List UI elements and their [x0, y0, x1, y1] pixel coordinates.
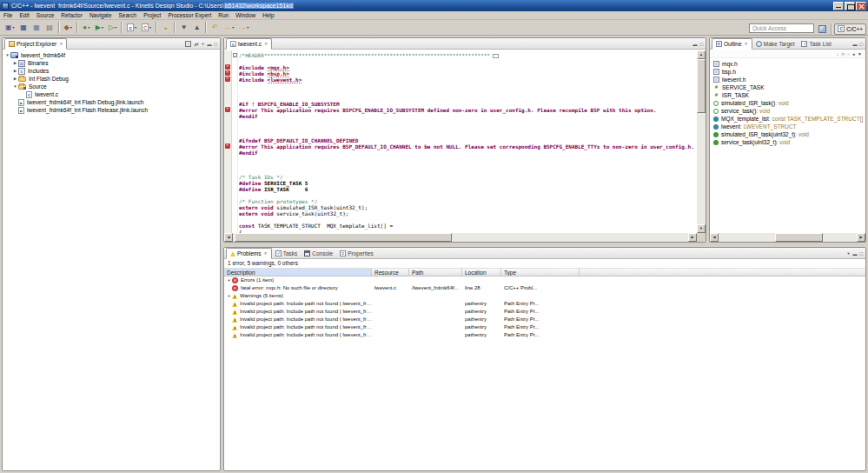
expand-arrow-icon[interactable]	[226, 292, 232, 300]
menu-window[interactable]: Window	[232, 12, 259, 18]
outline-item-bsp-h[interactable]: bsp.h	[710, 68, 865, 76]
previous-annotation-button[interactable]: ▲	[191, 22, 202, 34]
outline-item-simulated-isr-task-uint32-t-[interactable]: simulated_ISR_task(uint32_t) : void	[710, 130, 865, 138]
code-line[interactable]: extern void simulated_ISR_task(uint32_t)…	[239, 204, 697, 210]
code-line[interactable]	[239, 58, 697, 64]
code-line[interactable]: #include <lwevent.h>	[239, 77, 697, 83]
column-header-type[interactable]: Type	[501, 269, 580, 276]
tab-console[interactable]: Console	[301, 248, 336, 258]
link-editor-icon[interactable]	[194, 42, 198, 47]
scroll-left-icon[interactable]	[224, 233, 233, 242]
expand-arrow-icon[interactable]: ▶	[12, 77, 18, 81]
horizontal-scroll-thumb[interactable]	[235, 233, 452, 242]
minimize-view-icon[interactable]	[852, 251, 857, 256]
maximize-window-button[interactable]	[845, 2, 855, 10]
code-line[interactable]	[239, 89, 697, 95]
scroll-up-icon[interactable]	[697, 50, 706, 59]
dropdown-arrow-icon[interactable]: ▾	[88, 25, 89, 30]
view-menu-icon[interactable]: ▼	[858, 51, 862, 57]
tree-item-lwevent-c[interactable]: lwevent.c	[3, 90, 220, 98]
tab-editor-lwevent-c[interactable]: lwevent.c	[226, 38, 272, 50]
dropdown-arrow-icon[interactable]: ▾	[247, 25, 248, 30]
dropdown-arrow-icon[interactable]: ▾	[70, 25, 72, 30]
maximize-view-icon[interactable]	[859, 42, 863, 47]
code-line[interactable]	[239, 83, 697, 89]
code-line[interactable]	[239, 156, 697, 162]
maximize-editor-icon[interactable]	[699, 42, 703, 47]
tree-item-lwevent-frdmk64f-int-flash-debug-jlink-launch[interactable]: lwevent_frdmk64f_Int Flash Debug.jlink.l…	[3, 98, 220, 106]
code-line[interactable]: extern void service_task(uint32_t);	[239, 210, 697, 217]
vertical-scroll-thumb[interactable]	[697, 59, 706, 113]
code-line[interactable]: #endif	[239, 113, 697, 119]
column-header-description[interactable]: Description	[224, 269, 372, 276]
code-line[interactable]: #error This application requires BSPCFG_…	[239, 107, 697, 113]
perspective-cpp-button[interactable]: C/C++	[834, 23, 866, 35]
menu-project[interactable]: Project	[140, 12, 164, 18]
editor-vertical-scrollbar[interactable]	[697, 50, 706, 233]
tab-outline[interactable]: Outline	[712, 38, 752, 50]
code-line[interactable]: /* Task IDs */	[239, 174, 697, 180]
back-button[interactable]: ←▾	[222, 22, 235, 34]
code-line[interactable]: /* Function prototypes */	[239, 198, 697, 204]
column-header-location[interactable]: Location	[462, 269, 501, 276]
sort-icon[interactable]: ↓	[837, 51, 839, 57]
collapse-all-icon[interactable]	[185, 41, 191, 47]
problem-group-row[interactable]: Errors (1 item)	[224, 276, 865, 284]
scroll-right-icon[interactable]	[857, 233, 865, 242]
column-header-resource[interactable]: Resource	[372, 269, 409, 276]
expand-arrow-icon[interactable]: ▼	[12, 84, 18, 89]
minimize-view-icon[interactable]	[852, 42, 857, 47]
menu-navigate[interactable]: Navigate	[86, 12, 116, 18]
close-editor-tab-icon[interactable]	[264, 42, 268, 46]
code-line[interactable]: #endif	[239, 150, 697, 156]
tree-item-lwevent-frdmk64f[interactable]: ▼lwevent_frdmk64f	[3, 51, 220, 59]
code-line[interactable]	[239, 168, 697, 174]
new-cpp-class-button[interactable]: C▾	[140, 22, 153, 34]
expand-arrow-icon[interactable]: ▼	[4, 53, 10, 57]
outline-item-mqx-h[interactable]: mqx.h	[710, 60, 865, 68]
fold-toggle-icon[interactable]	[233, 53, 237, 57]
hide-non-public-icon[interactable]: ●	[852, 51, 855, 57]
run-button[interactable]: ▶▾	[94, 22, 105, 34]
menu-file[interactable]: File	[0, 12, 16, 18]
tab-make-target[interactable]: Make Target	[752, 38, 798, 49]
tab-problems[interactable]: Problems	[226, 248, 272, 259]
outline-horizontal-scrollbar[interactable]	[710, 233, 865, 242]
outline-item-isr-task[interactable]: ISR_TASK	[710, 91, 865, 99]
debug-button[interactable]: ●▾	[81, 22, 92, 34]
column-header-path[interactable]: Path	[409, 269, 462, 276]
save-all-button[interactable]: ▦	[31, 22, 43, 34]
next-annotation-button[interactable]: ▼	[178, 22, 189, 34]
tree-item-includes[interactable]: ▶Includes	[3, 67, 220, 75]
dropdown-arrow-icon[interactable]: ▾	[102, 25, 103, 30]
close-tab-icon[interactable]	[59, 42, 63, 46]
problem-row[interactable]: Invalid project path: Include path not f…	[224, 331, 865, 339]
dropdown-arrow-icon[interactable]: ▾	[232, 25, 234, 30]
folded-comment-box[interactable]	[493, 54, 499, 58]
tree-item-source[interactable]: ▼Source	[3, 83, 220, 90]
problem-row[interactable]: Invalid project path: Include path not f…	[224, 316, 865, 323]
menu-source[interactable]: Source	[33, 12, 58, 18]
quick-access-input[interactable]	[749, 23, 814, 33]
problem-row[interactable]: fatal error: mqx.h: No such file or dire…	[224, 284, 865, 292]
outline-item-simulated-isr-task-[interactable]: simulated_ISR_task() : void	[710, 99, 865, 107]
code-line[interactable]	[239, 162, 697, 168]
expand-arrow-icon[interactable]	[226, 276, 232, 284]
menu-search[interactable]: Search	[116, 12, 141, 18]
search-button[interactable]: ◒	[160, 22, 171, 34]
close-window-button[interactable]	[856, 2, 866, 10]
problem-row[interactable]: Invalid project path: Include path not f…	[224, 323, 865, 331]
tab-properties[interactable]: Properties	[336, 248, 377, 258]
code-line[interactable]	[239, 217, 697, 223]
view-menu-icon[interactable]	[201, 41, 204, 47]
code-line[interactable]	[239, 119, 697, 125]
outline-item-lwevent[interactable]: lwevent : LWEVENT_STRUCT	[710, 123, 865, 130]
tab-task-list[interactable]: Task List	[798, 38, 834, 49]
horizontal-scroll-thumb[interactable]	[775, 233, 823, 242]
maximize-view-icon[interactable]	[214, 42, 217, 47]
new-c-file-button[interactable]: c▾	[125, 22, 138, 34]
code-line[interactable]	[239, 192, 697, 198]
print-button[interactable]: ▤	[44, 22, 56, 34]
close-tab-icon[interactable]	[745, 42, 748, 46]
code-line[interactable]	[239, 131, 697, 137]
